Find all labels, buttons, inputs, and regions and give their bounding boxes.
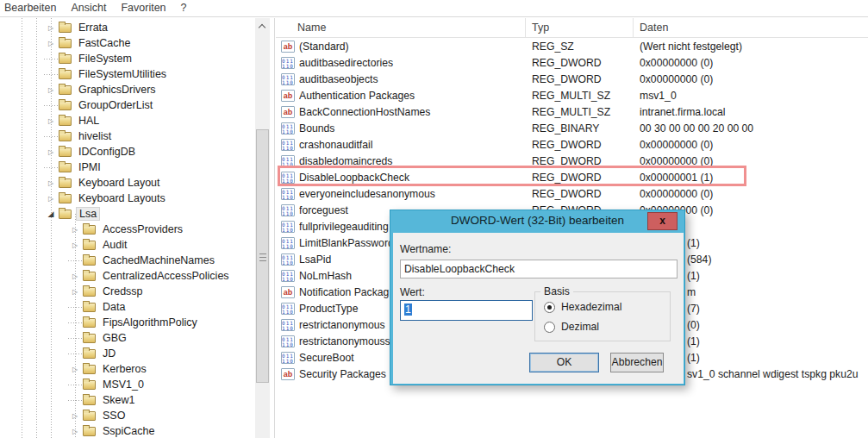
tree-item-label[interactable]: MSV1_0 [100,379,147,391]
column-header-daten[interactable]: Daten [640,22,668,34]
tree-item-sspicache[interactable]: ▷SspiCache [0,423,157,438]
expand-arrow-icon[interactable]: ▷ [68,272,82,280]
value-row-auditbaseobjects[interactable]: 011110auditbaseobjectsREG_DWORD0x0000000… [276,72,868,88]
tree-item-keyboard-layout[interactable]: ▷Keyboard Layout [0,175,163,191]
tree-item-fastcache[interactable]: ▷FastCache [0,35,133,51]
column-separator[interactable] [525,18,526,38]
tree-item-sso[interactable]: ▷SSO [0,408,128,423]
column-separator[interactable] [633,18,634,38]
tree-item-lsa[interactable]: ◢Lsa [0,206,100,222]
expand-arrow-icon[interactable]: ▷ [68,412,82,420]
tree-item-audit[interactable]: ▷Audit [0,237,130,253]
tree-item-label[interactable]: Errata [76,22,110,34]
wertname-field[interactable]: DisableLoopbackCheck [400,260,678,278]
tree-item-kerberos[interactable]: ▷Kerberos [0,361,149,377]
tree-item-label[interactable]: Skew1 [100,394,138,406]
tree-item-hal[interactable]: ▷HAL [0,113,102,128]
value-row-disableloopbackcheck[interactable]: 011110DisableLoopbackCheckREG_DWORD0x000… [276,170,868,186]
expand-arrow-icon[interactable]: ▷ [68,428,82,435]
expand-arrow-icon[interactable]: ▷ [44,24,58,32]
value-row-auditbasedirectories[interactable]: 011110auditbasedirectoriesREG_DWORD0x000… [276,55,868,72]
menu-item-favoriten[interactable]: Favoriten [116,0,175,16]
menu-item-bearbeiten[interactable]: Bearbeiten [0,0,66,16]
radio-hexadezimal[interactable]: Hexadezimal [544,301,621,313]
tree-item-label[interactable]: hivelist [76,130,114,142]
tree-item-errata[interactable]: ▷Errata [0,20,110,35]
tree-item-label[interactable]: Lsa [76,207,100,221]
expand-arrow-icon[interactable]: ▷ [44,117,58,125]
cancel-button[interactable]: Abbrechen [610,353,664,372]
tree-item-label[interactable]: GroupOrderList [76,99,155,111]
tree-item-label[interactable]: Keyboard Layouts [76,192,168,204]
tree-item-label[interactable]: AccessProviders [100,223,185,235]
value-row-backconnectionhostnames[interactable]: abBackConnectionHostNamesREG_MULTI_SZint… [276,104,868,121]
tree-item-label[interactable]: IDConfigDB [76,146,138,158]
tree-item-label[interactable]: GraphicsDrivers [76,84,159,96]
tree-item-label[interactable]: CachedMachineNames [100,254,217,266]
dialog-titlebar[interactable]: DWORD-Wert (32-Bit) bearbeiten x [390,210,684,233]
cell-typ: REG_DWORD [532,188,634,200]
tree-item-label[interactable]: SSO [100,410,128,422]
tree-item-label[interactable]: FileSystemUtilities [76,68,169,80]
tree-item-filesystemutilities[interactable]: FileSystemUtilities [0,66,169,82]
tree-item-idconfigdb[interactable]: ▷IDConfigDB [0,144,138,160]
ok-button[interactable]: OK [529,353,599,372]
value-row-everyoneincludesanonymous[interactable]: 011110everyoneincludesanonymousREG_DWORD… [276,186,868,203]
tree-item-label[interactable]: JD [100,347,118,360]
tree-item-label[interactable]: GBG [100,332,129,344]
menu-item-ansicht[interactable]: Ansicht [66,0,116,16]
expand-arrow-icon[interactable]: ▷ [68,241,82,249]
expand-arrow-icon[interactable]: ▷ [44,40,58,47]
tree-item-label[interactable]: Audit [100,239,130,251]
tree-item-skew1[interactable]: Skew1 [0,392,138,408]
value-row-authentication-packages[interactable]: abAuthentication PackagesREG_MULTI_SZmsv… [276,88,868,104]
radio-dezimal[interactable]: Dezimal [544,321,599,333]
menu-item--[interactable]: ? [176,0,197,16]
expand-arrow-icon[interactable]: ▷ [68,288,82,296]
tree-item-fipsalgorithmpolicy[interactable]: FipsAlgorithmPolicy [0,315,200,330]
tree-item-label[interactable]: SspiCache [100,425,157,437]
value-row-bounds[interactable]: 011110BoundsREG_BINARY00 30 00 00 00 20 … [276,121,868,137]
tree-item-credssp[interactable]: ▷Credssp [0,284,146,299]
expand-arrow-icon[interactable]: ▷ [44,148,58,156]
value-row-disabledomaincreds[interactable]: 011110disabledomaincredsREG_DWORD0x00000… [276,153,868,170]
tree-item-label[interactable]: Keyboard Layout [76,177,163,189]
tree-item-label[interactable]: Credssp [100,285,146,297]
tree-item-data[interactable]: Data [0,299,128,315]
expand-arrow-icon[interactable]: ▷ [44,86,58,94]
column-header-typ[interactable]: Typ [532,22,549,34]
tree-item-label[interactable]: FipsAlgorithmPolicy [100,316,200,328]
tree-item-label[interactable]: Kerberos [100,363,149,375]
tree-item-accessproviders[interactable]: ▷AccessProviders [0,222,185,237]
tree-item-filesystem[interactable]: FileSystem [0,51,134,66]
tree-item-keyboard-layouts[interactable]: ▷Keyboard Layouts [0,191,168,206]
expand-arrow-icon[interactable]: ▷ [68,366,82,373]
column-header-name[interactable]: Name [297,22,326,34]
close-button[interactable]: x [647,212,678,230]
tree-item-grouporderlist[interactable]: GroupOrderList [0,97,155,113]
tree-item-centralizedaccesspolicies[interactable]: ▷CentralizedAccessPolicies [0,268,232,284]
tree-item-label[interactable]: CentralizedAccessPolicies [100,270,232,282]
tree-item-label[interactable]: HAL [76,115,102,127]
wert-field[interactable]: 1 [400,300,533,321]
tree-item-label[interactable]: FileSystem [76,53,134,65]
tree-item-gbg[interactable]: GBG [0,330,129,346]
tree-item-jd[interactable]: JD [0,346,118,361]
tree-item-label[interactable]: Data [100,301,128,313]
value-row-crashonauditfail[interactable]: 011110crashonauditfailREG_DWORD0x0000000… [276,137,868,153]
tree-item-graphicsdrivers[interactable]: ▷GraphicsDrivers [0,82,159,97]
collapse-arrow-icon[interactable]: ◢ [44,210,58,218]
tree-item-label[interactable]: IPMI [76,161,103,173]
expand-arrow-icon[interactable]: ▷ [68,226,82,234]
scrollbar-up-arrow[interactable] [255,18,270,33]
expand-arrow-icon[interactable]: ▷ [44,195,58,203]
expand-arrow-icon[interactable]: ▷ [44,179,58,187]
scrollbar-thumb[interactable] [256,129,269,383]
tree-item-cachedmachinenames[interactable]: CachedMachineNames [0,253,217,268]
tree-item-label[interactable]: FastCache [76,37,133,49]
tree-scrollbar[interactable] [255,18,270,438]
value-row--standard-[interactable]: ab(Standard)REG_SZ(Wert nicht festgelegt… [276,39,868,55]
tree-item-msv1-0[interactable]: MSV1_0 [0,377,147,392]
tree-item-ipmi[interactable]: IPMI [0,160,103,175]
tree-item-hivelist[interactable]: hivelist [0,128,114,144]
